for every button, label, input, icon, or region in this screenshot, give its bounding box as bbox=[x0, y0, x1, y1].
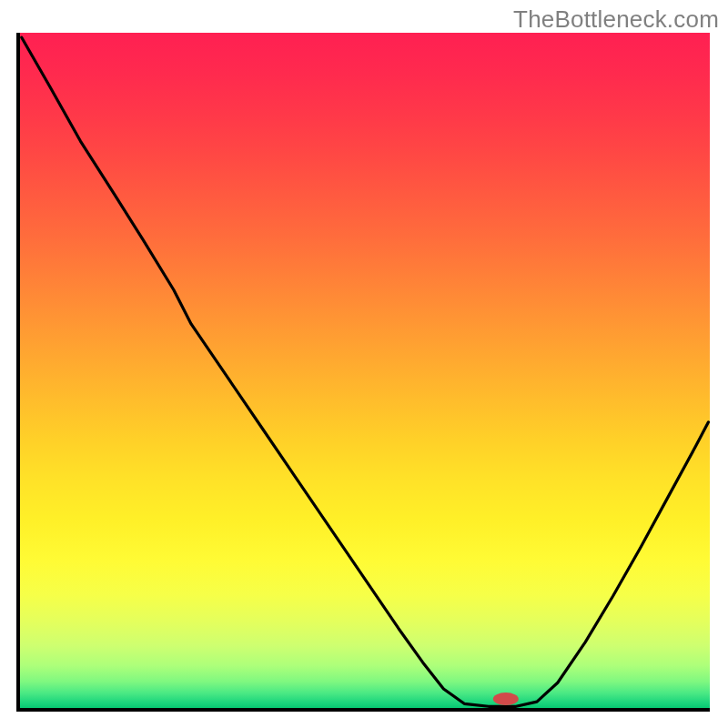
plot-area bbox=[18, 33, 710, 710]
bottleneck-chart bbox=[0, 0, 728, 728]
optimal-marker bbox=[493, 693, 519, 705]
watermark-text: TheBottleneck.com bbox=[513, 5, 719, 34]
chart-container: { "watermark": "TheBottleneck.com", "cha… bbox=[0, 0, 728, 728]
